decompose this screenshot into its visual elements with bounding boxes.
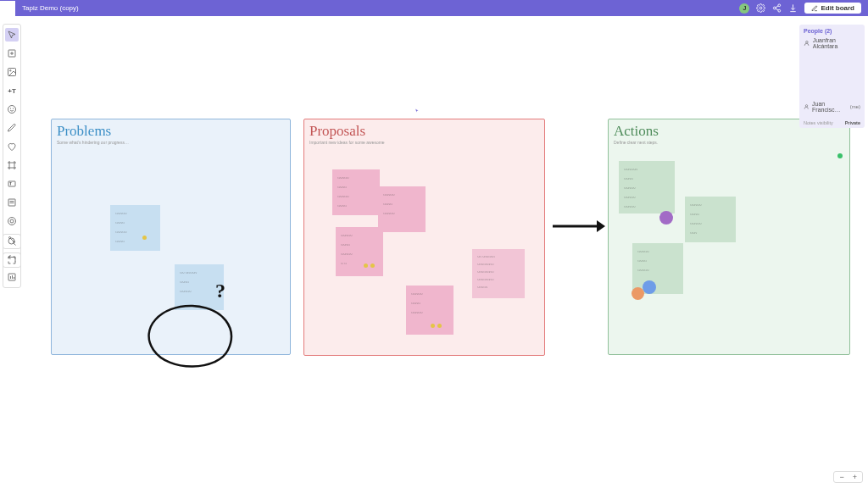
presence-dot-orange — [632, 287, 644, 300]
svg-point-3 — [778, 9, 781, 12]
frame-subtitle: Some what's hindering our progress… — [52, 140, 290, 145]
visibility-label: Notes visibility — [804, 120, 833, 125]
svg-point-2 — [774, 7, 776, 9]
presence-dot-blue — [643, 280, 656, 294]
sticky-note[interactable]: ~~~~~~~~~~~~~~ — [378, 186, 426, 232]
arrow-doodle — [551, 218, 605, 238]
app-logo — [0, 1, 15, 16]
people-panel: People (2) Juanfran Alcántara Juan Franc… — [799, 25, 865, 128]
settings-icon[interactable] — [756, 3, 765, 13]
sticky-note[interactable]: ~~~~~~~~~~~~~~ — [632, 243, 683, 294]
person-item[interactable]: Juanfran Alcántara — [804, 37, 860, 49]
remote-cursor-icon — [415, 102, 420, 108]
svg-point-36 — [806, 41, 809, 43]
presence-dot-purple — [659, 211, 673, 225]
frame-title: Proposals — [304, 119, 544, 140]
download-icon[interactable] — [788, 3, 798, 13]
user-icon — [804, 40, 810, 47]
svg-line-4 — [776, 8, 778, 10]
people-heading: People (2) — [804, 28, 860, 34]
frame-title: Problems — [52, 119, 290, 140]
svg-point-0 — [760, 7, 763, 9]
sticky-note[interactable]: ~~~~~~~~~~~~~~~~~~~~~~~~~ — [619, 161, 675, 214]
circle-doodle — [143, 303, 241, 374]
zoom-out-button[interactable]: − — [839, 473, 843, 481]
me-label: (me) — [850, 104, 860, 109]
question-mark-doodle: ? — [215, 280, 225, 302]
svg-line-5 — [776, 6, 778, 8]
frame-problems[interactable]: Problems Some what's hindering our progr… — [51, 119, 291, 355]
sticky-note[interactable]: ~~~~~~~~~~~~~~~~~~ — [332, 169, 380, 215]
user-avatar[interactable]: J — [739, 3, 749, 14]
share-icon[interactable] — [772, 3, 782, 13]
zoom-in-button[interactable]: + — [853, 473, 857, 481]
frame-subtitle: Important new ideas for some awesome — [304, 140, 544, 145]
user-icon — [804, 103, 810, 110]
person-item[interactable]: Juan Francisc… (me) — [804, 101, 860, 113]
frame-actions[interactable]: Actions Define clear next steps. ~~~~~~~… — [608, 119, 850, 355]
edit-board-label: Edit board — [821, 4, 854, 12]
svg-marker-35 — [597, 220, 605, 232]
sticky-note[interactable]: ~~~~~~~~~~~~~~~ ~ — [336, 227, 383, 276]
notification-dot — [837, 153, 843, 158]
frame-subtitle: Define clear next steps. — [609, 140, 849, 145]
frame-proposals[interactable]: Proposals Important new ideas for some a… — [303, 119, 545, 356]
svg-point-1 — [778, 4, 781, 7]
sticky-note[interactable]: ~~ ~~~~~~~~~~~~~~~~~~~~~~~~~~~~~~~~~~~ — [472, 249, 525, 298]
person-name: Juanfran Alcántara — [813, 37, 860, 49]
canvas[interactable]: Problems Some what's hindering our progr… — [0, 16, 868, 488]
zoom-bar: − + — [833, 471, 863, 483]
top-bar: Tapiz Demo (copy) J Edit board — [0, 0, 868, 16]
sticky-note[interactable]: ~~~~~~~~~~~~~~ — [406, 286, 453, 335]
board-title: Tapiz Demo (copy) — [22, 4, 79, 12]
edit-board-button[interactable]: Edit board — [804, 3, 861, 14]
svg-point-37 — [805, 105, 807, 107]
visibility-value[interactable]: Private — [845, 120, 860, 125]
sticky-note[interactable]: ~~~~~~~~~~~~~~~~~~ — [110, 205, 160, 251]
sticky-note[interactable]: ~~~~~~~~~~~~~~~~~ — [685, 197, 736, 242]
person-name: Juan Francisc… — [812, 101, 850, 113]
pencil-icon — [811, 5, 818, 12]
